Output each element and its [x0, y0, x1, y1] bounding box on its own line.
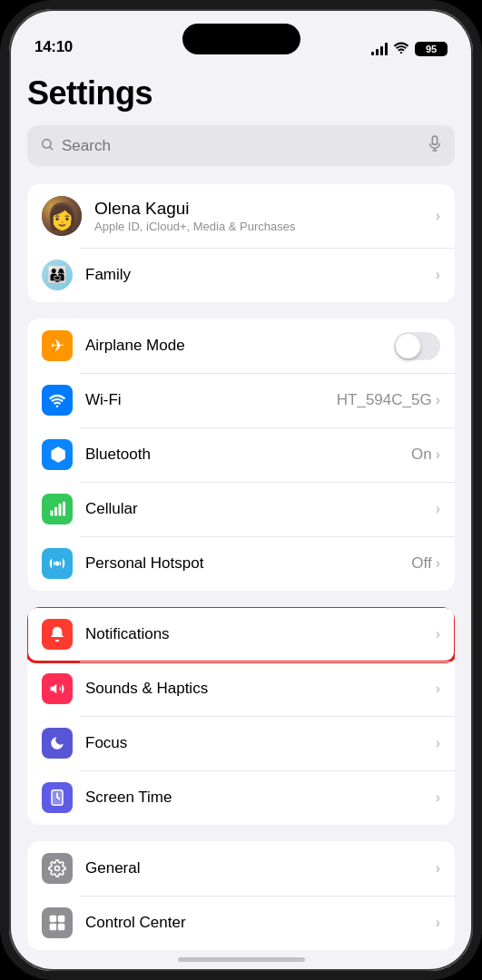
- profile-text: Olena Kagui Apple ID, iCloud+, Media & P…: [94, 199, 436, 233]
- svg-point-14: [55, 867, 60, 871]
- search-input[interactable]: [62, 137, 420, 155]
- chevron-icon: ›: [436, 735, 440, 751]
- wifi-icon: [42, 385, 73, 416]
- sounds-label: Sounds & Haptics: [85, 680, 436, 698]
- settings-row-cellular[interactable]: Cellular ›: [27, 482, 455, 536]
- chevron-icon: ›: [436, 208, 440, 224]
- screen-time-label: Screen Time: [85, 789, 436, 807]
- svg-rect-7: [54, 507, 57, 516]
- settings-row-notifications[interactable]: Notifications ›: [27, 607, 455, 662]
- svg-rect-2: [432, 136, 437, 144]
- status-time: 14:10: [34, 38, 73, 56]
- settings-row-family[interactable]: Family ›: [27, 248, 455, 302]
- focus-text: Focus: [85, 734, 436, 752]
- airplane-text: Airplane Mode: [85, 337, 394, 355]
- settings-row-airplane[interactable]: ✈ Airplane Mode: [27, 318, 455, 373]
- general-label: General: [85, 859, 436, 877]
- bluetooth-label: Bluetooth: [85, 446, 411, 464]
- notifications-group: Notifications › Sounds & Haptics ›: [27, 607, 455, 825]
- battery-icon: 95: [415, 42, 448, 56]
- screen-content[interactable]: Settings: [9, 64, 473, 971]
- chevron-icon: ›: [436, 555, 440, 572]
- mic-icon[interactable]: [428, 134, 442, 157]
- sounds-text: Sounds & Haptics: [85, 680, 436, 698]
- svg-rect-8: [59, 504, 62, 516]
- settings-row-profile[interactable]: Olena Kagui Apple ID, iCloud+, Media & P…: [27, 184, 455, 248]
- settings-row-bluetooth[interactable]: ⬢ Bluetooth On ›: [27, 427, 455, 482]
- wifi-label: Wi-Fi: [85, 391, 337, 409]
- connectivity-group: ✈ Airplane Mode: [27, 318, 455, 591]
- chevron-icon: ›: [436, 789, 440, 806]
- focus-icon: [42, 728, 73, 759]
- profile-subtitle: Apple ID, iCloud+, Media & Purchases: [94, 220, 436, 233]
- wifi-status-icon: [393, 41, 409, 56]
- svg-point-0: [400, 52, 402, 54]
- bluetooth-icon: ⬢: [42, 439, 73, 470]
- airplane-toggle[interactable]: [394, 332, 440, 360]
- home-indicator: [178, 957, 305, 962]
- airplane-label: Airplane Mode: [85, 337, 394, 355]
- notifications-label: Notifications: [85, 625, 436, 643]
- svg-rect-9: [63, 502, 65, 516]
- phone-frame: 14:10 95 Settings: [0, 0, 482, 980]
- svg-point-5: [56, 405, 59, 407]
- profile-group: Olena Kagui Apple ID, iCloud+, Media & P…: [27, 184, 455, 302]
- page-title: Settings: [27, 74, 455, 113]
- family-avatar: [42, 260, 73, 290]
- settings-row-control-center[interactable]: Control Center ›: [27, 896, 455, 950]
- svg-point-1: [43, 139, 51, 147]
- settings-row-focus[interactable]: Focus ›: [27, 716, 455, 770]
- chevron-icon: ›: [436, 681, 440, 697]
- chevron-icon: ›: [436, 915, 440, 931]
- settings-row-wifi[interactable]: Wi-Fi HT_594C_5G ›: [27, 373, 455, 427]
- signal-icon: [371, 43, 388, 55]
- chevron-icon: ›: [436, 446, 440, 463]
- settings-row-screen-time[interactable]: Screen Time ›: [27, 770, 455, 825]
- bluetooth-text: Bluetooth: [85, 446, 411, 464]
- dynamic-island: [182, 24, 300, 54]
- profile-name: Olena Kagui: [94, 199, 436, 219]
- control-center-text: Control Center: [85, 914, 436, 932]
- notifications-text: Notifications: [85, 625, 436, 643]
- chevron-icon: ›: [436, 267, 440, 283]
- cellular-label: Cellular: [85, 500, 436, 518]
- screen-time-icon: [42, 782, 73, 813]
- search-icon: [40, 137, 54, 155]
- notifications-icon: [42, 619, 73, 650]
- cellular-text: Cellular: [85, 500, 436, 518]
- svg-rect-17: [50, 924, 57, 931]
- svg-point-10: [55, 562, 60, 566]
- settings-row-general[interactable]: General ›: [27, 841, 455, 896]
- profile-avatar: [42, 196, 82, 236]
- svg-rect-15: [50, 916, 57, 923]
- settings-row-hotspot[interactable]: Personal Hotspot Off ›: [27, 536, 455, 591]
- general-text: General: [85, 859, 436, 877]
- focus-label: Focus: [85, 734, 436, 752]
- screen-time-text: Screen Time: [85, 789, 436, 807]
- family-text: Family: [85, 266, 436, 284]
- general-group: General › Control Center ›: [27, 841, 455, 950]
- hotspot-value: Off: [411, 554, 431, 573]
- hotspot-label: Personal Hotspot: [85, 554, 411, 573]
- control-center-icon: [42, 907, 73, 938]
- svg-rect-6: [51, 511, 54, 516]
- svg-rect-16: [58, 916, 65, 923]
- chevron-icon: ›: [436, 392, 440, 408]
- svg-rect-18: [58, 924, 65, 931]
- chevron-icon: ›: [436, 860, 440, 877]
- wifi-value: HT_594C_5G: [337, 391, 432, 409]
- wifi-text: Wi-Fi: [85, 391, 337, 409]
- search-bar[interactable]: [27, 125, 455, 166]
- chevron-icon: ›: [436, 626, 440, 642]
- status-icons: 95: [371, 41, 448, 56]
- control-center-label: Control Center: [85, 914, 436, 932]
- settings-row-sounds[interactable]: Sounds & Haptics ›: [27, 662, 455, 716]
- hotspot-text: Personal Hotspot: [85, 554, 411, 573]
- airplane-icon: ✈: [42, 330, 73, 361]
- family-label: Family: [85, 266, 436, 284]
- cellular-icon: [42, 494, 73, 524]
- bluetooth-value: On: [411, 446, 432, 464]
- svg-marker-11: [51, 684, 57, 694]
- chevron-icon: ›: [436, 501, 440, 517]
- hotspot-icon: [42, 548, 73, 579]
